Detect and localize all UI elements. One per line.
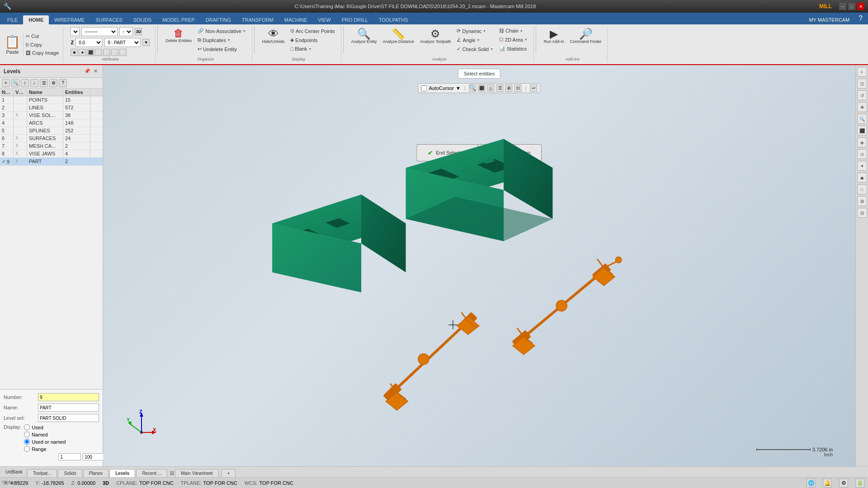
- radio-range[interactable]: Range: [24, 446, 105, 452]
- attr-btn-6[interactable]: ⬜: [111, 49, 118, 56]
- attr-btn-5[interactable]: ⬜: [103, 49, 110, 56]
- z-input[interactable]: 0.0: [75, 38, 103, 47]
- attr-btn-3[interactable]: ⬛: [87, 49, 94, 56]
- right-btn-1[interactable]: +: [857, 67, 867, 77]
- panel-close-button[interactable]: ✕: [92, 68, 99, 75]
- tab-machine[interactable]: MACHINE: [279, 15, 313, 24]
- sort-down-button[interactable]: ↓: [30, 79, 38, 87]
- 3d-toggle[interactable]: 3D: [135, 28, 142, 35]
- tab-wireframe[interactable]: WIREFRAME: [49, 15, 90, 24]
- chain-button[interactable]: ⛓ Chain ▼: [497, 27, 530, 34]
- level-menu-button[interactable]: ☰: [40, 79, 48, 87]
- attributes-expand[interactable]: ▼: [142, 39, 150, 46]
- line-width-select[interactable]: ─: [119, 27, 133, 36]
- analyze-distance-button[interactable]: 📏 Analyze Distance: [381, 27, 417, 45]
- notification-btn[interactable]: 🔔: [823, 479, 832, 488]
- level-row-1[interactable]: 1 POINTS 15: [0, 96, 103, 104]
- tab-main-viewsheet[interactable]: Main Viewsheet: [175, 469, 218, 477]
- add-tab-button[interactable]: +: [222, 469, 236, 477]
- attr-btn-7[interactable]: ⬜: [119, 49, 127, 56]
- level-row-7[interactable]: 7 X MESH CA... 2: [0, 142, 103, 150]
- blank-button[interactable]: □ Blank ▼: [288, 45, 337, 52]
- level-row-2[interactable]: 2 LINES 572: [0, 104, 103, 112]
- attr-btn-2[interactable]: ●: [79, 49, 86, 56]
- tab-toolpaths[interactable]: Toolpat...: [27, 469, 57, 477]
- tab-planes[interactable]: Planes: [83, 469, 109, 477]
- settings-status-btn[interactable]: ⚙: [839, 479, 848, 488]
- 2d-area-button[interactable]: ⬡ 2D Area ▼: [497, 36, 530, 43]
- range-to-input[interactable]: [83, 453, 105, 460]
- view-options-btn-2[interactable]: ⊙: [857, 149, 867, 159]
- endpoints-button[interactable]: ◈ Endpoints: [288, 36, 337, 44]
- network-status-btn[interactable]: 🌐: [807, 479, 816, 488]
- attr-btn-4[interactable]: ⬜: [95, 49, 102, 56]
- tab-drafting[interactable]: DRAFTING: [200, 15, 236, 24]
- hide-unhide-button[interactable]: 👁 Hide/Unhide: [260, 27, 287, 45]
- arc-center-points-button[interactable]: ⊙ Arc Center Points: [288, 27, 337, 35]
- statistics-button[interactable]: 📊 Statistics: [497, 45, 530, 52]
- level-row-5[interactable]: 5 SPLINES 252: [0, 127, 103, 135]
- battery-btn[interactable]: 🔋: [855, 479, 864, 488]
- attr-btn-1[interactable]: ■: [71, 49, 78, 56]
- copy-button[interactable]: ⎘ Copy: [24, 41, 61, 48]
- run-addin-button[interactable]: ▶ Run Add-In: [542, 27, 566, 45]
- tab-recent[interactable]: Recent ...: [136, 469, 167, 477]
- tab-transform[interactable]: TRANSFORM: [236, 15, 279, 24]
- level-select[interactable]: 9 : PART: [104, 38, 141, 47]
- search-level-button[interactable]: 🔍: [11, 79, 19, 87]
- tab-view[interactable]: VIEW: [313, 15, 336, 24]
- dynamic-button[interactable]: ⟳ Dynamic ▼: [454, 27, 495, 35]
- level-row-4[interactable]: 4 ARCS 148: [0, 119, 103, 127]
- tab-toolpaths[interactable]: TOOLPATHS: [373, 15, 414, 24]
- radio-used-or-named[interactable]: Used or named: [24, 439, 105, 445]
- color-select[interactable]: ○: [71, 27, 80, 36]
- view-zoom-button[interactable]: 🔍: [857, 114, 867, 124]
- view-rotate-button[interactable]: ↺: [857, 90, 867, 100]
- number-input[interactable]: [38, 393, 99, 401]
- sort-level-button[interactable]: ↕: [21, 79, 29, 87]
- view-perspective-button[interactable]: ⬛: [857, 126, 867, 136]
- range-from-input[interactable]: [58, 453, 81, 460]
- level-row-8[interactable]: 8 X VISE JAWS 4: [0, 150, 103, 158]
- paste-button[interactable]: 📋 Paste: [2, 33, 24, 56]
- level-help-button[interactable]: ?: [59, 79, 67, 87]
- level-set-input[interactable]: [38, 414, 99, 422]
- tab-solids[interactable]: SOLIDS: [128, 15, 157, 24]
- radio-named[interactable]: Named: [24, 432, 105, 437]
- copy-image-button[interactable]: 🖼 Copy Image: [24, 49, 61, 56]
- duplicates-button[interactable]: ⧉ Duplicates ▼: [195, 36, 248, 44]
- angle-button[interactable]: ∠ Angle ▼: [454, 36, 495, 44]
- level-settings-button[interactable]: ⚙: [49, 79, 57, 87]
- view-options-btn-6[interactable]: ⊞: [857, 196, 867, 206]
- name-input[interactable]: [38, 404, 99, 412]
- radio-used[interactable]: Used: [24, 424, 105, 430]
- cut-button[interactable]: ✂ Cut: [24, 33, 61, 40]
- check-solid-button[interactable]: ✓ Check Solid ▼: [454, 45, 495, 53]
- line-style-select[interactable]: ────: [81, 27, 118, 36]
- delete-entities-button[interactable]: 🗑 Delete Entities: [163, 27, 194, 44]
- close-button[interactable]: ✕: [857, 3, 864, 10]
- tab-file[interactable]: FILE: [2, 15, 23, 24]
- view-options-btn-4[interactable]: ◆: [857, 173, 867, 183]
- view-options-btn-1[interactable]: ◈: [857, 137, 867, 147]
- panel-pin-button[interactable]: 📌: [84, 68, 91, 75]
- help-icon[interactable]: ?: [855, 13, 866, 24]
- view-options-btn-5[interactable]: ☆: [857, 184, 867, 194]
- tab-my-mastercam[interactable]: MY MASTERCAM: [803, 15, 855, 24]
- view-pan-button[interactable]: ✥: [857, 102, 867, 112]
- analyze-entity-button[interactable]: 🔍 Analyze Entity: [349, 27, 379, 45]
- viewport[interactable]: Select entities AutoCursor ▼ | 🔍 ⬛ △ ☰ ⊞…: [103, 65, 855, 466]
- tab-pro-drill[interactable]: PRO DRILL: [336, 15, 373, 24]
- maximize-button[interactable]: □: [848, 3, 855, 10]
- view-options-btn-7[interactable]: ⊟: [857, 208, 867, 218]
- level-row-3[interactable]: 3 X VISE SOL... 38: [0, 112, 103, 119]
- analyze-toolpath-button[interactable]: ⚙ Analyze Toolpath: [418, 27, 453, 45]
- tab-levels[interactable]: Levels: [109, 469, 135, 477]
- undelete-entity-button[interactable]: ↩ Undelete Entity: [195, 45, 248, 53]
- level-row-9[interactable]: ✓9 X PART 2: [0, 158, 103, 166]
- view-fit-button[interactable]: ⊡: [857, 79, 867, 89]
- tab-surfaces[interactable]: SURFACES: [90, 15, 127, 24]
- non-associative-button[interactable]: 🔗 Non-Associative ▼: [195, 27, 248, 35]
- tab-model-prep[interactable]: MODEL PREP: [157, 15, 200, 24]
- tab-home[interactable]: HOME: [23, 15, 49, 24]
